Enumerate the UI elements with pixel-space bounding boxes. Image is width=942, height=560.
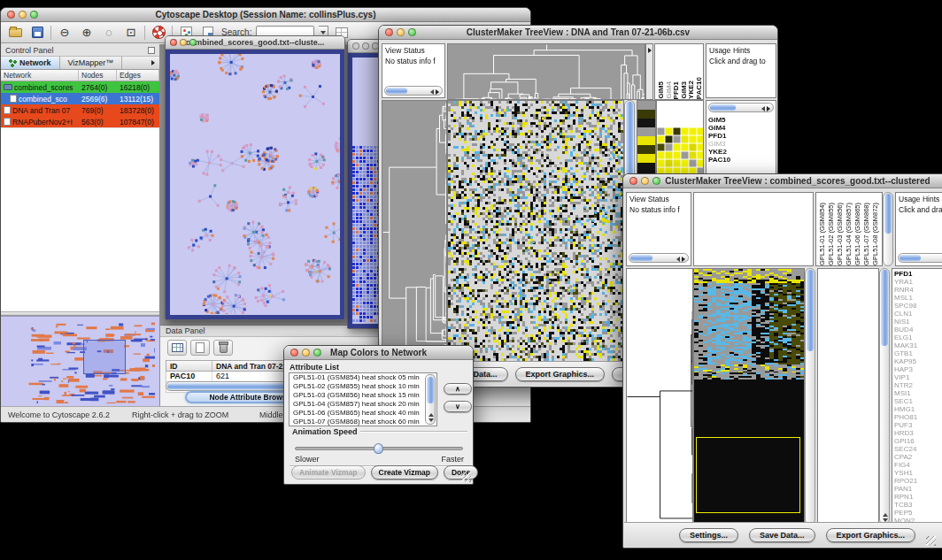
treeview1-title-bar[interactable]: ClusterMaker TreeView : DNA and Tran 07-… [379,26,777,40]
tv1-gene-label[interactable]: GIM5 [708,116,774,124]
tv2-labels-vscrollbar[interactable] [883,192,893,266]
resize-grip-icon[interactable] [926,536,936,546]
tv1-column-label[interactable]: PFD1 [672,81,680,99]
scroll-thumb[interactable] [630,255,652,261]
close-icon[interactable] [290,349,298,357]
tv1-gene-label[interactable]: YKE2 [708,148,774,156]
tv2-column-label[interactable]: GPL51-07 (GSM868) [862,203,871,265]
network-table-row[interactable]: RNAPuberNov2+I563(0)107847(0) [1,116,159,127]
tv2-action-button[interactable]: Settings... [679,528,738,542]
tv1-gene-label[interactable]: PFD1 [708,132,774,140]
tv1-column-label[interactable]: YKE2 [687,81,695,99]
tab-overflow-button[interactable] [147,57,159,69]
animation-speed-slider[interactable] [295,447,463,450]
scroll-thumb[interactable] [881,270,888,346]
scroll-right-icon[interactable] [767,106,770,111]
tv2-column-label[interactable]: GPL51-02 (GSM855) [827,203,836,265]
save-session-button[interactable] [28,25,46,41]
main-title-bar[interactable]: Cytoscape Desktop (Session Name: collins… [1,8,530,22]
tv2-heatmap-vscrollbar[interactable] [805,268,815,525]
dialog-title-bar[interactable]: Map Colors to Network [284,346,473,360]
tv2-gene-label[interactable]: FIG4 [894,461,942,469]
tv2-zoom-vscrollbar[interactable] [879,268,890,525]
tv2-column-label[interactable]: GPL51-04 (GSM857) [845,203,853,265]
tv1-row-dendrogram[interactable] [382,101,446,363]
tv2-gene-label[interactable]: TCB3 [894,501,942,509]
tv1-column-label[interactable]: PAC10 [695,77,703,99]
attribute-item[interactable]: GPL51-03 (GSM856) heat shock 15 min [291,391,435,400]
tv2-gene-label[interactable]: RPO21 [894,477,942,485]
tv1-splitter-strip[interactable] [645,43,653,100]
tv1-column-dendrogram[interactable] [448,44,645,99]
close-icon[interactable] [629,177,637,185]
zoom-in-button[interactable]: ⊕ [78,25,96,41]
tv1-gene-label[interactable]: GIM4 [708,124,774,132]
tv1-gene-label[interactable]: PAC10 [708,156,774,164]
tv2-heatmap[interactable] [694,269,804,524]
tv2-gene-label[interactable]: RNR4 [894,286,942,294]
scroll-right-icon[interactable] [436,89,439,95]
tv2-column-label[interactable]: GPL51-08 (GSM872) [871,203,880,265]
birdseye-viewport-rect[interactable] [83,340,126,373]
col-network[interactable]: Network [1,70,79,81]
tv2-column-label[interactable]: GPL51-01 (GSM854) [818,203,827,265]
tv2-gene-label[interactable]: PAN1 [894,485,942,493]
attribute-item[interactable]: GPL51-07 (GSM868) heat shock 60 min [291,418,435,426]
tv2-gene-label[interactable]: PEP5 [894,509,942,517]
scroll-thumb[interactable] [427,377,434,403]
network-table-row[interactable]: combined_scores2764(0)16218(0) [1,81,159,93]
close-icon[interactable] [170,39,177,46]
slider-thumb[interactable] [374,443,383,454]
tv2-gene-label[interactable]: GTB1 [894,349,942,357]
scroll-left-icon[interactable] [676,257,680,262]
tv2-gene-label[interactable]: MSI1 [894,389,942,397]
tv1-column-label[interactable]: GIM4 [665,81,673,99]
move-up-button[interactable]: ∧ [444,383,472,395]
attribute-item[interactable]: GPL51-06 (GSM865) heat shock 40 min [291,409,435,418]
listbox-vscrollbar[interactable] [425,374,436,425]
col-edges[interactable]: Edges [117,70,159,81]
tv2-gene-label[interactable]: SEC24 [894,445,942,453]
expand-arrow-icon[interactable] [648,48,652,53]
tv1-hints-hscrollbar[interactable] [708,103,774,112]
tv2-gene-label[interactable]: GPI16 [894,437,942,445]
tv1-column-label[interactable]: GIM3 [680,81,688,99]
scroll-right-icon[interactable] [682,257,685,262]
tv1-action-button[interactable]: Export Graphics... [515,367,606,381]
min-icon[interactable] [397,28,405,36]
tv2-gene-label[interactable]: KAP95 [894,357,942,365]
scroll-thumb[interactable] [710,104,736,111]
tv2-action-button[interactable]: Export Graphics... [826,528,916,542]
tv2-gene-label[interactable]: ELG1 [894,334,942,341]
min-icon[interactable] [302,349,310,357]
move-down-button[interactable]: ∨ [444,401,472,412]
tv1-status-hscrollbar[interactable] [384,86,443,96]
scroll-thumb[interactable] [900,255,921,261]
scroll-thumb[interactable] [807,270,814,351]
tab-vizmapper[interactable]: VizMapper™ [60,57,123,69]
float-panel-icon[interactable] [148,47,155,54]
tv2-gene-label[interactable]: BUD4 [894,326,942,334]
tv1-gene-label[interactable]: GIM3 [708,140,774,148]
attribute-item[interactable]: GPL51-02 (GSM855) heat shock 10 min [291,382,435,391]
tv2-gene-label[interactable]: YRA1 [894,278,942,286]
tab-network[interactable]: Network [1,57,60,69]
tv2-action-button[interactable]: Save Data... [749,528,815,542]
tv2-gene-label[interactable]: RPN1 [894,493,942,501]
tv2-gene-label[interactable]: HRD3 [894,429,942,437]
birdseye-canvas[interactable] [1,317,155,403]
tv2-status-hscrollbar[interactable] [629,253,689,263]
treeview2-title-bar[interactable]: ClusterMaker TreeView : combined_scores_… [623,174,942,188]
select-attributes-button[interactable] [167,340,187,356]
tv2-row-dendrogram[interactable] [627,269,692,524]
col-id[interactable]: ID [166,361,212,371]
attribute-item[interactable]: GPL51-04 (GSM857) heat shock 20 min [291,400,435,409]
zoom-icon[interactable] [30,11,38,19]
tv2-gene-label[interactable]: PHO81 [894,413,942,421]
tv2-gene-label[interactable]: VIP1 [894,373,942,381]
tv1-similarity-thumbnail[interactable] [657,127,704,175]
close-icon[interactable] [7,11,15,19]
zoom-icon[interactable] [652,177,660,185]
zoom-icon[interactable] [313,349,321,357]
network-tree-area[interactable] [1,127,159,311]
